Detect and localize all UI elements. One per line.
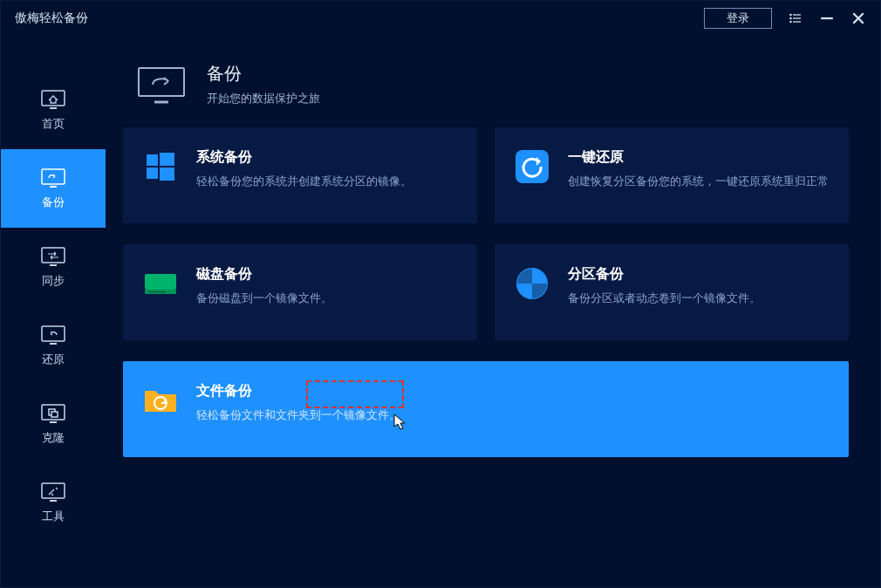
svg-rect-17 bbox=[139, 68, 184, 96]
minimize-icon[interactable] bbox=[819, 10, 835, 26]
card-title: 文件备份 bbox=[196, 382, 400, 400]
close-icon[interactable] bbox=[850, 10, 866, 26]
svg-point-2 bbox=[790, 17, 791, 18]
card-file-backup[interactable]: 文件备份 轻松备份文件和文件夹到一个镜像文件。 bbox=[123, 361, 849, 457]
card-system-backup[interactable]: 系统备份 轻松备份您的系统并创建系统分区的镜像。 bbox=[123, 127, 477, 223]
card-title: 磁盘备份 bbox=[196, 265, 332, 284]
card-desc: 轻松备份您的系统并创建系统分区的镜像。 bbox=[196, 174, 412, 189]
svg-rect-22 bbox=[516, 150, 549, 183]
svg-rect-11 bbox=[42, 248, 65, 263]
card-desc: 创建恢复分区备份您的系统，一键还原系统重归正常 bbox=[568, 174, 829, 189]
page-subtitle: 开始您的数据保护之旅 bbox=[207, 91, 320, 106]
svg-rect-12 bbox=[42, 326, 65, 341]
sidebar-item-label: 备份 bbox=[42, 195, 65, 210]
sidebar-item-label: 还原 bbox=[42, 352, 65, 367]
svg-rect-19 bbox=[160, 153, 174, 166]
pie-chart-icon bbox=[514, 265, 550, 302]
windows-icon bbox=[142, 148, 179, 185]
sidebar-item-tools[interactable]: 工具 bbox=[1, 463, 106, 542]
card-one-key-restore[interactable]: 一键还原 创建恢复分区备份您的系统，一键还原系统重归正常 bbox=[495, 127, 849, 223]
sidebar-item-label: 首页 bbox=[42, 116, 65, 132]
svg-rect-20 bbox=[147, 168, 158, 179]
titlebar-controls: 登录 bbox=[704, 8, 866, 29]
sidebar: 首页 备份 bbox=[1, 36, 106, 587]
page-title: 备份 bbox=[207, 62, 320, 85]
sidebar-item-sync[interactable]: 同步 bbox=[1, 228, 106, 306]
svg-rect-21 bbox=[160, 168, 174, 181]
monitor-restore-icon bbox=[41, 324, 65, 346]
svg-rect-23 bbox=[145, 274, 176, 290]
hero-monitor-share-icon bbox=[137, 65, 186, 104]
monitor-tools-icon bbox=[41, 481, 65, 503]
sidebar-item-backup[interactable]: 备份 bbox=[1, 149, 106, 228]
svg-point-4 bbox=[790, 21, 791, 22]
svg-rect-10 bbox=[42, 169, 65, 184]
app-name: 傲梅轻松备份 bbox=[15, 10, 88, 26]
restore-round-icon bbox=[514, 148, 550, 185]
sidebar-item-label: 工具 bbox=[42, 509, 65, 524]
monitor-clone-icon bbox=[41, 402, 65, 425]
monitor-home-icon bbox=[41, 88, 65, 111]
card-disk-backup[interactable]: 磁盘备份 备份磁盘到一个镜像文件。 bbox=[123, 244, 477, 340]
login-button[interactable]: 登录 bbox=[704, 8, 772, 29]
svg-rect-25 bbox=[148, 291, 166, 293]
card-title: 分区备份 bbox=[568, 265, 761, 284]
sidebar-item-home[interactable]: 首页 bbox=[1, 71, 106, 149]
page-hero: 备份 开始您的数据保护之旅 bbox=[123, 62, 849, 106]
folder-refresh-icon bbox=[142, 382, 179, 419]
sidebar-item-clone[interactable]: 克隆 bbox=[1, 385, 106, 463]
menu-list-icon[interactable] bbox=[788, 10, 803, 26]
card-title: 一键还原 bbox=[568, 148, 829, 167]
svg-rect-18 bbox=[147, 154, 158, 166]
titlebar: 傲梅轻松备份 登录 bbox=[1, 1, 880, 36]
card-desc: 备份分区或者动态卷到一个镜像文件。 bbox=[568, 291, 761, 306]
mouse-cursor-icon bbox=[393, 414, 407, 434]
sidebar-item-label: 克隆 bbox=[42, 430, 65, 446]
card-desc: 备份磁盘到一个镜像文件。 bbox=[196, 291, 332, 306]
drive-icon bbox=[142, 265, 179, 302]
card-partition-backup[interactable]: 分区备份 备份分区或者动态卷到一个镜像文件。 bbox=[495, 244, 849, 340]
card-title: 系统备份 bbox=[196, 148, 412, 167]
main-content: 备份 开始您的数据保护之旅 系统备份 轻松备份您的系统并创建系统分区的镜像 bbox=[106, 36, 880, 587]
monitor-share-icon bbox=[41, 167, 65, 189]
card-desc: 轻松备份文件和文件夹到一个镜像文件。 bbox=[196, 407, 400, 423]
monitor-sync-icon bbox=[41, 245, 65, 268]
sidebar-item-restore[interactable]: 还原 bbox=[1, 306, 106, 385]
svg-point-0 bbox=[790, 14, 791, 15]
sidebar-item-label: 同步 bbox=[42, 273, 65, 289]
svg-rect-15 bbox=[51, 412, 58, 417]
